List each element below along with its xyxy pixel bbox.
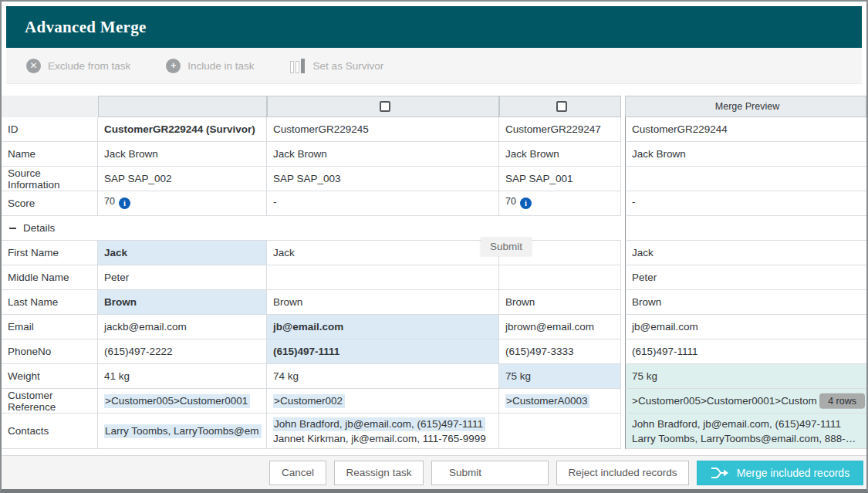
cell-id-survivor[interactable]: CustomerGR229244 (Survivor)	[98, 117, 267, 142]
page-title: Advanced Merge	[25, 18, 147, 37]
row-count-badge[interactable]: 4 rows	[819, 393, 865, 409]
candidate-1-checkbox[interactable]	[380, 101, 390, 112]
candidate-2-checkbox[interactable]	[556, 101, 567, 112]
cell-value: CustomerGR229244	[632, 123, 728, 135]
reassign-task-button[interactable]: Reassign task	[334, 461, 424, 485]
cell-value: (615)497-1111	[632, 346, 698, 357]
table-row-email: Emailjackb@email.comjb@email.comjbrown@e…	[2, 315, 866, 339]
table-header-row: Merge Preview	[2, 96, 866, 117]
cell-phoneno-preview: (615)497-1111	[625, 339, 866, 364]
table-row-details: Details	[2, 216, 866, 241]
cell-last-name-survivor[interactable]: Brown	[98, 290, 267, 315]
cell-customer-reference-candidate2[interactable]: >CustomerA0003	[499, 389, 621, 414]
cell-email-survivor[interactable]: jackb@email.com	[98, 315, 267, 339]
cell-id-preview: CustomerGR229244	[625, 117, 866, 142]
cell-phoneno-candidate1[interactable]: (615)497-1111	[267, 339, 499, 364]
cell-weight-candidate2[interactable]: 75 kg	[499, 364, 621, 389]
cell-first-name-survivor[interactable]: Jack	[98, 241, 267, 265]
toolbar: ✕Exclude from task+Include in taskSet as…	[6, 48, 862, 84]
cell-value: 70	[505, 196, 516, 207]
header-survivor-column	[98, 96, 267, 117]
contact-entry[interactable]: Larry Toombs, LarryToombs@em	[104, 424, 262, 438]
cell-value: >Customer002	[273, 394, 345, 408]
cell-value: Jack	[104, 247, 127, 258]
exclude-circle-x-icon: ✕	[26, 59, 41, 73]
cell-phoneno-candidate2[interactable]: (615)497-3333	[499, 339, 621, 364]
cell-middle-name-survivor[interactable]: Peter	[98, 265, 267, 290]
cell-value: jackb@email.com	[104, 321, 187, 333]
reject-included-records-button[interactable]: Reject included records	[556, 461, 689, 485]
row-label-weight: Weight	[2, 364, 98, 389]
cell-value: SAP SAP_003	[273, 173, 341, 184]
cell-value: SAP SAP_002	[104, 173, 172, 184]
toolbar-button-include-in-task[interactable]: +Include in task	[166, 59, 254, 73]
cell-value: (615)497-3333	[505, 346, 574, 357]
cell-customer-reference-candidate1[interactable]: >Customer002	[267, 389, 499, 414]
cell-source-information-survivor[interactable]: SAP SAP_002	[98, 167, 267, 191]
cell-first-name-candidate1[interactable]: Jack	[267, 241, 499, 265]
contact-entry[interactable]: Jannet Kirkman, jk@email.com, 111-765-99…	[273, 433, 486, 444]
footer-bar: CancelReassign taskSubmitReject included…	[2, 455, 866, 489]
button-label: Cancel	[282, 467, 314, 478]
cell-middle-name-candidate1[interactable]	[267, 265, 499, 290]
table-row-last-name: Last NameBrownBrownBrownBrown	[2, 290, 866, 315]
cell-score-candidate1[interactable]: -	[267, 191, 499, 216]
table-row-first-name: First NameJackJackJackJack	[2, 241, 866, 265]
cell-first-name-preview: Jack	[625, 241, 866, 265]
cell-weight-candidate1[interactable]: 74 kg	[267, 364, 499, 389]
merge-included-records-button[interactable]: Merge included records	[697, 461, 863, 485]
cell-last-name-candidate1[interactable]: Brown	[267, 290, 499, 315]
cell-source-information-preview	[625, 167, 866, 191]
cell-contacts-survivor[interactable]: Larry Toombs, LarryToombs@em	[98, 414, 267, 449]
button-label: Reassign task	[346, 467, 412, 478]
toolbar-button-set-as-survivor[interactable]: Set as Survivor	[290, 58, 384, 73]
table-row-source-information: Source InformationSAP SAP_002SAP SAP_003…	[2, 167, 866, 191]
contact-entry: John Bradford, jb@email.com, (615)497-11…	[632, 418, 841, 430]
cell-contacts-candidate2[interactable]	[499, 414, 621, 449]
cell-value: SAP SAP_001	[505, 173, 573, 184]
contact-entry[interactable]: John Bradford, jb@email.com, (615)497-11…	[273, 417, 485, 431]
header-label-column	[2, 96, 98, 117]
cell-score-candidate2[interactable]: 70i	[499, 191, 621, 216]
cell-details-preview	[625, 216, 866, 241]
merge-table: Merge Preview IDCustomerGR229244 (Surviv…	[2, 96, 866, 449]
cell-value: CustomerGR229244 (Survivor)	[104, 123, 255, 135]
cell-value: jb@email.com	[273, 321, 343, 333]
cell-name-candidate1[interactable]: Jack Brown	[267, 142, 499, 167]
cell-phoneno-survivor[interactable]: (615)497-2222	[98, 339, 267, 364]
cell-middle-name-candidate2[interactable]	[499, 265, 621, 290]
cell-email-candidate2[interactable]: jbrown@email.com	[499, 315, 621, 339]
cell-value: Jack Brown	[273, 148, 327, 160]
cell-score-survivor[interactable]: 70i	[98, 191, 267, 216]
cell-value: jbrown@email.com	[505, 321, 594, 333]
cell-name-preview: Jack Brown	[625, 142, 866, 167]
table-row-customer-reference: Customer Reference>Customer005>Customer0…	[2, 389, 866, 414]
cell-contacts-candidate1[interactable]: John Bradford, jb@email.com, (615)497-11…	[267, 414, 499, 449]
row-label-customer-reference: Customer Reference	[2, 389, 98, 414]
cell-value: 75 kg	[632, 370, 657, 382]
cell-value: CustomerGR229247	[505, 123, 601, 135]
cell-id-candidate2[interactable]: CustomerGR229247	[499, 117, 621, 142]
cell-name-candidate2[interactable]: Jack Brown	[499, 142, 621, 167]
cell-id-candidate1[interactable]: CustomerGR229245	[267, 117, 499, 142]
submit-button[interactable]: Submit	[431, 461, 549, 485]
row-label-middle-name: Middle Name	[2, 265, 98, 290]
cell-source-information-candidate1[interactable]: SAP SAP_003	[267, 167, 499, 191]
cell-email-candidate1[interactable]: jb@email.com	[267, 315, 499, 339]
cell-last-name-candidate2[interactable]: Brown	[499, 290, 621, 315]
cancel-button[interactable]: Cancel	[269, 461, 326, 485]
cell-value: (615)497-1111	[273, 346, 339, 357]
cell-customer-reference-survivor[interactable]: >Customer005>Customer0001	[98, 389, 267, 414]
cell-contacts-preview: John Bradford, jb@email.com, (615)497-11…	[625, 414, 866, 449]
score-info-icon[interactable]: i	[520, 198, 532, 209]
cell-weight-preview: 75 kg	[625, 364, 866, 389]
score-info-icon[interactable]: i	[119, 198, 130, 209]
cell-source-information-candidate2[interactable]: SAP SAP_001	[499, 167, 621, 191]
row-label-id: ID	[2, 117, 98, 142]
contact-entry: Larry Toombs, LarryToombs@email.com, 888…	[632, 433, 856, 444]
cell-value: Jack Brown	[505, 148, 559, 160]
cell-name-survivor[interactable]: Jack Brown	[98, 142, 267, 167]
cell-weight-survivor[interactable]: 41 kg	[98, 364, 267, 389]
toolbar-button-exclude-from-task[interactable]: ✕Exclude from task	[26, 59, 130, 73]
cell-value: (615)497-2222	[104, 346, 173, 357]
